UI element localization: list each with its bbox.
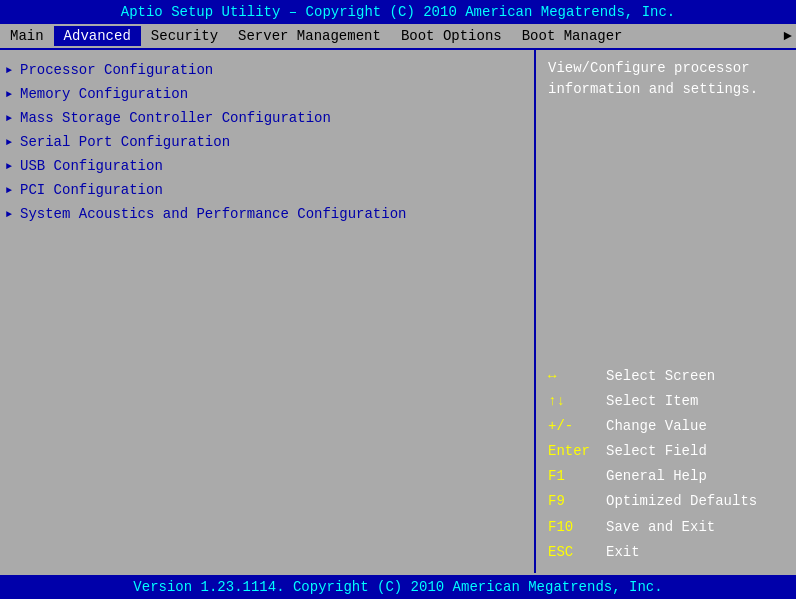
nav-item-boot-options[interactable]: Boot Options [391,26,512,46]
description-text: View/Configure processor information and… [548,58,784,100]
menu-item[interactable]: USB Configuration [0,154,534,178]
nav-item-security[interactable]: Security [141,26,228,46]
key-desc: Exit [606,540,640,565]
right-panel: View/Configure processor information and… [536,50,796,573]
key-row: ↔Select Screen [548,364,784,389]
key-name: +/- [548,414,598,439]
nav-item-advanced[interactable]: Advanced [54,26,141,46]
title-bar: Aptio Setup Utility – Copyright (C) 2010… [0,0,796,24]
main-content: Processor ConfigurationMemory Configurat… [0,48,796,573]
key-name: F9 [548,489,598,514]
key-desc: Save and Exit [606,515,715,540]
key-row: F9Optimized Defaults [548,489,784,514]
nav-item-server-management[interactable]: Server Management [228,26,391,46]
key-help: ↔Select Screen↑↓Select Item+/-Change Val… [548,364,784,566]
menu-item[interactable]: Processor Configuration [0,58,534,82]
left-panel: Processor ConfigurationMemory Configurat… [0,50,536,573]
nav-bar: ► MainAdvancedSecurityServer ManagementB… [0,24,796,48]
key-name: F10 [548,515,598,540]
key-row: ESCExit [548,540,784,565]
key-name: ↑↓ [548,389,598,414]
key-name: ESC [548,540,598,565]
footer: Version 1.23.1114. Copyright (C) 2010 Am… [0,573,796,599]
menu-item[interactable]: PCI Configuration [0,178,534,202]
menu-item[interactable]: Serial Port Configuration [0,130,534,154]
menu-item[interactable]: System Acoustics and Performance Configu… [0,202,534,226]
key-row: F1General Help [548,464,784,489]
footer-text: Version 1.23.1114. Copyright (C) 2010 Am… [133,579,662,595]
nav-right-arrow: ► [780,26,796,46]
key-desc: Select Screen [606,364,715,389]
menu-item[interactable]: Memory Configuration [0,82,534,106]
menu-item[interactable]: Mass Storage Controller Configuration [0,106,534,130]
key-row: ↑↓Select Item [548,389,784,414]
key-name: F1 [548,464,598,489]
key-row: EnterSelect Field [548,439,784,464]
key-name: Enter [548,439,598,464]
key-desc: Select Field [606,439,707,464]
key-desc: General Help [606,464,707,489]
nav-item-boot-manager[interactable]: Boot Manager [512,26,633,46]
key-desc: Select Item [606,389,698,414]
key-row: +/-Change Value [548,414,784,439]
key-row: F10Save and Exit [548,515,784,540]
key-desc: Change Value [606,414,707,439]
key-name: ↔ [548,364,598,389]
title-text: Aptio Setup Utility – Copyright (C) 2010… [121,4,676,20]
nav-item-main[interactable]: Main [0,26,54,46]
key-desc: Optimized Defaults [606,489,757,514]
